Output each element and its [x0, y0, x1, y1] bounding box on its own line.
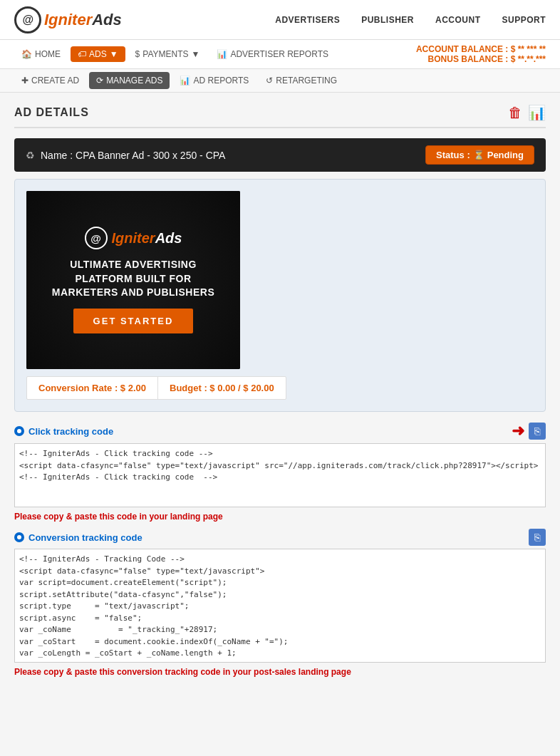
sub-nav: 🏠 HOME 🏷 ADS ▼ $ PAYMENTS ▼ 📊 ADVERTISER… [14, 46, 336, 62]
banner-logo: @ IgniterAds [85, 227, 182, 249]
status-icon: ⏳ [473, 150, 484, 160]
conversion-tracking-section: Conversion tracking code ⎘ Please copy &… [14, 529, 546, 677]
conversion-tracking-header: Conversion tracking code ⎘ [14, 529, 546, 546]
home-icon: 🏠 [21, 49, 32, 59]
sub-header: 🏠 HOME 🏷 ADS ▼ $ PAYMENTS ▼ 📊 ADVERTISER… [0, 40, 560, 69]
subnav-ads[interactable]: 🏷 ADS ▼ [71, 46, 125, 62]
logo-icon: @ [14, 6, 41, 33]
conversion-tracking-label: Conversion tracking code [14, 532, 142, 543]
nav-publisher[interactable]: PUBLISHER [361, 15, 414, 25]
radio-dot-click [14, 426, 24, 436]
main-header: @ IgniterAds ADVERTISERS PUBLISHER ACCOU… [0, 0, 560, 40]
radio-dot-conversion [14, 532, 24, 542]
dollar-icon: $ [135, 49, 140, 59]
balance-area: ACCOUNT BALANCE : $ ** *** ** BONUS BALA… [416, 44, 546, 64]
page-title: AD DETAILS [14, 106, 89, 119]
ad-preview-container: @ IgniterAds ULTIMATE ADVERTISING PLATFO… [14, 179, 546, 412]
click-tracking-code[interactable] [14, 443, 546, 507]
recycle-icon: ♻ [26, 150, 35, 161]
conversion-tracking-right: ⎘ [529, 529, 546, 546]
arrow-indicator: ➜ [512, 422, 524, 440]
account-balance: ACCOUNT BALANCE : $ ** *** ** [416, 44, 546, 54]
nav-support[interactable]: SUPPORT [502, 15, 546, 25]
dropdown-icon: ▼ [192, 49, 200, 59]
ad-name: Name : CPA Banner Ad - 300 x 250 - CPA [41, 150, 225, 161]
banner-cta-button[interactable]: GET STARTED [73, 309, 194, 333]
ad-details-header: AD DETAILS 🗑 📊 [14, 104, 546, 128]
chart-icon: 📊 [217, 49, 227, 59]
banner-tagline: ULTIMATE ADVERTISING PLATFORM BUILT FOR … [52, 258, 215, 300]
dropdown-icon: ▼ [110, 49, 118, 59]
budget: Budget : $ 0.00 / $ 20.00 [158, 377, 286, 399]
main-nav: ADVERTISERS PUBLISHER ACCOUNT SUPPORT [275, 15, 546, 25]
ad-name-bar: ♻ Name : CPA Banner Ad - 300 x 250 - CPA… [14, 138, 546, 172]
nav-account[interactable]: ACCOUNT [435, 15, 481, 25]
delete-button[interactable]: 🗑 [508, 104, 522, 121]
banner-logo-circle: @ [85, 227, 108, 249]
click-tracking-label: Click tracking code [14, 426, 113, 437]
stats-bar: Conversion Rate : $ 2.00 Budget : $ 0.00… [26, 376, 286, 400]
page-content: AD DETAILS 🗑 📊 ♻ Name : CPA Banner Ad - … [0, 93, 560, 695]
nav-advertisers[interactable]: ADVERTISERS [275, 15, 340, 25]
secondarynav-create-ad[interactable]: ✚ CREATE AD [14, 72, 86, 89]
status-badge: Status : ⏳ Pending [425, 145, 534, 165]
manage-icon: ⟳ [96, 76, 103, 86]
logo: @ IgniterAds [14, 6, 122, 33]
secondarynav-manage-ads[interactable]: ⟳ MANAGE ADS [89, 72, 170, 89]
tag-icon: 🏷 [78, 49, 86, 59]
click-tracking-note: Please copy & paste this code in your la… [14, 512, 546, 522]
conversion-tracking-note: Please copy & paste this conversion trac… [14, 667, 546, 677]
copy-click-tracking-button[interactable]: ⎘ [529, 423, 546, 440]
logo-text: IgniterAds [44, 11, 122, 29]
banner-logo-text: IgniterAds [112, 230, 182, 247]
click-tracking-right: ➜ ⎘ [512, 422, 546, 440]
bonus-balance: BONUS BALANCE : $ **.**.*** [416, 54, 546, 64]
plus-icon: ✚ [21, 76, 28, 86]
chart-button[interactable]: 📊 [528, 104, 546, 121]
ad-name-left: ♻ Name : CPA Banner Ad - 300 x 250 - CPA [26, 150, 225, 161]
secondarynav-ad-reports[interactable]: 📊 AD REPORTS [172, 72, 256, 89]
secondarynav-retargeting[interactable]: ↺ RETARGETING [259, 72, 344, 89]
retarget-icon: ↺ [266, 76, 273, 86]
click-tracking-header: Click tracking code ➜ ⎘ [14, 422, 546, 440]
conversion-tracking-code[interactable] [14, 549, 546, 663]
secondary-nav: ✚ CREATE AD ⟳ MANAGE ADS 📊 AD REPORTS ↺ … [0, 69, 560, 93]
subnav-home[interactable]: 🏠 HOME [14, 46, 68, 62]
subnav-advertiser-reports[interactable]: 📊 ADVERTISER REPORTS [209, 46, 336, 62]
header-icons: 🗑 📊 [508, 104, 546, 121]
copy-conversion-tracking-button[interactable]: ⎘ [529, 529, 546, 546]
subnav-payments[interactable]: $ PAYMENTS ▼ [128, 46, 207, 62]
report-icon: 📊 [180, 76, 190, 86]
click-tracking-section: Click tracking code ➜ ⎘ Please copy & pa… [14, 422, 546, 522]
banner-content: @ IgniterAds ULTIMATE ADVERTISING PLATFO… [52, 227, 215, 333]
banner-ad: @ IgniterAds ULTIMATE ADVERTISING PLATFO… [26, 191, 240, 369]
conversion-rate: Conversion Rate : $ 2.00 [27, 377, 158, 399]
